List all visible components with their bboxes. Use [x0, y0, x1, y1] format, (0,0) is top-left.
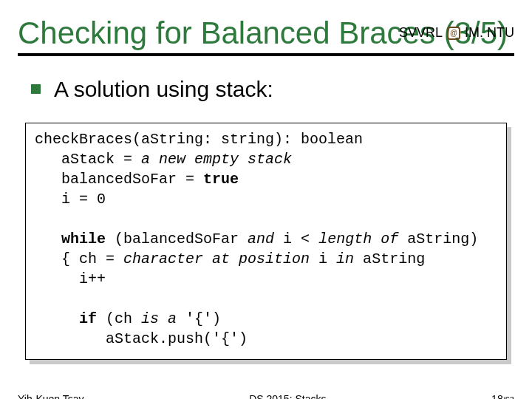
code-token: So [132, 171, 150, 188]
code-token: while [61, 231, 106, 248]
code-token: true [203, 171, 239, 188]
code-token: Stack [115, 330, 159, 347]
code-token: a new empty stack [141, 151, 292, 168]
footer: Yih-Kuen Tsay DS 2015: Stacks 18 / 63 [18, 393, 514, 399]
code-token: a [363, 250, 372, 267]
bullet-text: A solution using stack: [54, 77, 273, 102]
code-token: and [248, 231, 274, 248]
code-token: (balanced [106, 231, 194, 248]
code-token: So [194, 231, 212, 248]
code-token: { ch = [35, 250, 123, 267]
code-token: is a [141, 310, 177, 327]
at-logo-icon: @ [447, 27, 460, 40]
title-divider [18, 53, 514, 56]
code-token: Stack = [70, 151, 141, 168]
code-token: i++ [35, 270, 106, 287]
code-box: checkBraces(aString: string): boolean aS… [25, 123, 507, 360]
footer-page: 18 / 63 [491, 393, 514, 399]
code-token: character at position [123, 250, 310, 267]
code-token: if [79, 310, 97, 327]
code-content: checkBraces(aString: string): boolean aS… [25, 123, 507, 360]
code-token: i = 0 [35, 191, 106, 208]
code-token: String: string): boolean [150, 131, 363, 148]
code-token: a [35, 330, 115, 347]
code-token: String) [416, 231, 478, 248]
code-token: i [310, 250, 336, 267]
code-token: (ch [97, 310, 141, 327]
code-token: Braces(a [79, 131, 150, 148]
page-current: 18 [491, 393, 503, 399]
code-token [35, 310, 79, 327]
code-token: Far [212, 231, 248, 248]
footer-author: Yih-Kuen Tsay [18, 393, 84, 399]
code-token: Far = [150, 171, 203, 188]
brand-right: IM. NTU [465, 25, 514, 41]
code-token: '{') [177, 310, 221, 327]
page-total: 63 [505, 395, 514, 399]
bullet-square-icon [31, 84, 41, 94]
code-token: String [372, 250, 425, 267]
code-token: i < [274, 231, 318, 248]
code-token: check [35, 131, 79, 148]
code-token: .push('{') [159, 330, 248, 347]
footer-course: DS 2015: Stacks [249, 393, 326, 399]
code-token: length of [318, 231, 407, 248]
code-token [35, 231, 61, 248]
bullet-item: A solution using stack: [31, 77, 514, 102]
code-token: a [407, 231, 416, 248]
brand-left: SVVRL [399, 25, 443, 41]
code-token: balanced [35, 171, 132, 188]
code-token: in [336, 250, 363, 267]
slide: SVVRL @ IM. NTU Checking for Balanced Br… [0, 16, 532, 399]
code-token: a [35, 151, 70, 168]
header-brand: SVVRL @ IM. NTU [399, 25, 514, 41]
